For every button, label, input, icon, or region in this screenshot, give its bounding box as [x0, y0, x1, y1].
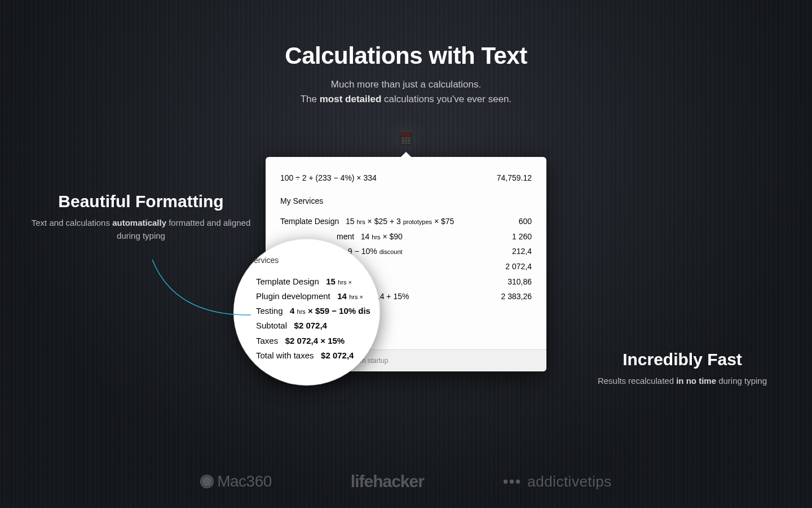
logo-addictivetips: •••addictivetips — [503, 473, 612, 491]
magnifier-line: Testing 4 hrs × $59 − 10% dis — [256, 304, 369, 318]
calculator-icon[interactable] — [400, 131, 412, 146]
expression: Template Design 15 hrs × $25 + 3 prototy… — [280, 214, 454, 229]
logo-lifehacker: lifehacker — [351, 472, 424, 491]
result: 212,4 — [481, 244, 532, 259]
magnifier-header: ervices — [254, 253, 369, 268]
page-subtitle: Much more than just a calculations. The … — [0, 77, 812, 106]
logo-mac360: Mac360 — [200, 472, 272, 491]
result: 74,759.12 — [481, 170, 532, 186]
callout-title: Incredibly Fast — [586, 350, 778, 369]
callout-text: Text and calculations automatically form… — [23, 217, 259, 242]
result: 2 383,26 — [481, 289, 532, 304]
calc-row: 100 ÷ 2 + (233 − 4%) × 334 74,759.12 — [280, 170, 532, 186]
expression: 100 ÷ 2 + (233 − 4%) × 334 — [280, 170, 377, 186]
callout-formatting: Beautiful Formatting Text and calculatio… — [23, 192, 259, 242]
hero-section: Calculations with Text Much more than ju… — [0, 0, 812, 106]
callout-text: Results recalculated in no time during t… — [586, 375, 778, 388]
section-label: My Services — [280, 194, 532, 209]
calc-row: Template Design 15 hrs × $25 + 3 prototy… — [280, 214, 532, 229]
magnifier-line: Subtotal $2 072,4 — [256, 318, 369, 333]
callout-title: Beautiful Formatting — [23, 192, 259, 211]
result: 2 072,4 — [481, 259, 532, 274]
magnifier-line: Total with taxes $2 072,4 — [256, 348, 369, 363]
magnifier-lens: ervices Template Design 15 hrs × Plugin … — [233, 239, 380, 386]
magnifier-line: Plugin development 14 hrs × — [256, 289, 369, 304]
press-logos: Mac360 lifehacker •••addictivetips — [0, 472, 812, 491]
result: 310,86 — [481, 274, 532, 290]
page-title: Calculations with Text — [0, 42, 812, 69]
magnifier-line: Template Design 15 hrs × — [256, 274, 369, 289]
magnifier-line: Taxes $2 072,4 × 15% — [256, 334, 369, 348]
dots-icon: ••• — [503, 473, 522, 491]
result: 1 260 — [481, 229, 532, 244]
callout-fast: Incredibly Fast Results recalculated in … — [586, 350, 778, 388]
result: 600 — [481, 214, 532, 229]
globe-icon — [200, 475, 214, 488]
